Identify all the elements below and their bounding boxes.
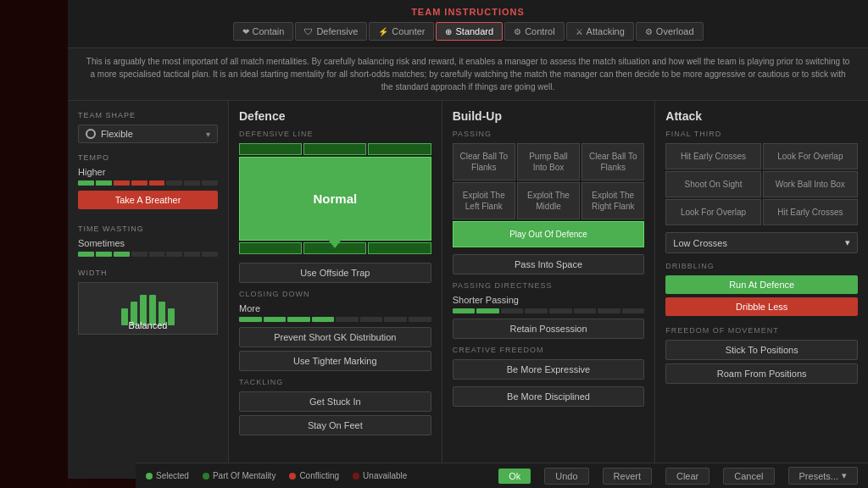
defence-column: Defence DEFENSIVE LINE Normal Use Offsid… xyxy=(229,101,442,479)
take-a-breather-button[interactable]: Take A Breather xyxy=(78,191,218,209)
contain-icon: ❤ xyxy=(242,27,249,36)
cd5 xyxy=(336,317,359,322)
description-bar: This is arguably the most important of a… xyxy=(68,48,868,101)
offside-trap-button[interactable]: Use Offside Trap xyxy=(239,263,431,283)
tab-defensive[interactable]: 🛡 Defensive xyxy=(295,22,367,41)
low-crosses-dropdown[interactable]: Low Crosses ▾ xyxy=(665,232,858,253)
passing-directness-slider xyxy=(453,308,645,313)
closing-down-value: More xyxy=(239,303,431,313)
time-wasting-slider xyxy=(78,252,218,257)
run-at-defence-button[interactable]: Run At Defence xyxy=(665,275,858,294)
pass-cell-middle[interactable]: Exploit The Middle xyxy=(517,182,580,219)
dropdown-arrow-icon: ▾ xyxy=(206,130,210,139)
attack-work-ball[interactable]: Work Ball Into Box xyxy=(763,171,858,197)
pd6 xyxy=(574,308,597,313)
tab-standard[interactable]: ⊕ Standard xyxy=(436,22,503,41)
be-more-disciplined-button[interactable]: Be More Disciplined xyxy=(453,386,645,407)
pass-cell-play-out[interactable]: Play Out Of Defence xyxy=(453,221,645,247)
get-stuck-in-button[interactable]: Get Stuck In xyxy=(239,391,431,412)
left-sidebar xyxy=(0,0,68,488)
team-shape-label: TEAM SHAPE xyxy=(78,111,218,119)
tab-overload[interactable]: ⚙ Overload xyxy=(636,22,704,41)
pass-cell-right-flank[interactable]: Exploit The Right Flank xyxy=(581,182,644,219)
buildup-title: Build-Up xyxy=(453,109,645,123)
creative-freedom-label: CREATIVE FREEDOM xyxy=(453,346,645,354)
stick-to-positions-button[interactable]: Stick To Positions xyxy=(665,340,858,360)
tab-contain[interactable]: ❤ Contain xyxy=(233,22,294,41)
presets-button[interactable]: Presets... ▾ xyxy=(788,467,858,485)
def-cell-tm[interactable] xyxy=(303,143,366,155)
tab-overload-label: Overload xyxy=(656,26,694,36)
settings-panel: TEAM SHAPE Flexible ▾ TEMPO Higher xyxy=(68,101,229,479)
team-shape-dropdown[interactable]: Flexible ▾ xyxy=(78,125,218,143)
be-more-expressive-button[interactable]: Be More Expressive xyxy=(453,359,645,380)
wbar6 xyxy=(168,308,175,325)
attack-look-overlap-2[interactable]: Look For Overlap xyxy=(665,199,760,225)
pass-cell-left-flank[interactable]: Exploit The Left Flank xyxy=(453,182,515,219)
pass-cell-clear-left[interactable]: Clear Ball To Flanks xyxy=(453,143,515,180)
ok-button[interactable]: Ok xyxy=(498,469,531,484)
closing-down-label: CLOSING DOWN xyxy=(239,290,431,298)
legend-selected-label: Selected xyxy=(156,471,189,480)
roam-from-positions-button[interactable]: Roam From Positions xyxy=(665,363,858,384)
tab-counter-label: Counter xyxy=(392,26,425,36)
width-display: Balanced xyxy=(78,282,218,335)
normal-label: Normal xyxy=(313,191,357,206)
passing-grid: Clear Ball To Flanks Pump Ball Into Box … xyxy=(453,143,645,247)
revert-button[interactable]: Revert xyxy=(603,468,652,485)
prevent-short-gk-button[interactable]: Prevent Short GK Distribution xyxy=(239,327,431,347)
clear-button[interactable]: Clear xyxy=(665,468,709,485)
legend-conflicting: Conflicting xyxy=(289,471,339,480)
tw-seg1 xyxy=(78,252,94,257)
tab-counter[interactable]: ⚡ Counter xyxy=(369,22,434,41)
pd5 xyxy=(549,308,572,313)
def-cell-tr[interactable] xyxy=(368,143,431,155)
content-area: TEAM SHAPE Flexible ▾ TEMPO Higher xyxy=(68,101,868,479)
pass-into-space-button[interactable]: Pass Into Space xyxy=(453,254,645,274)
tempo-group: TEMPO Higher Take A Breather xyxy=(78,153,218,213)
header: TEAM INSTRUCTIONS ❤ Contain 🛡 Defensive … xyxy=(68,0,868,48)
tab-attacking[interactable]: ⚔ Attacking xyxy=(566,22,634,41)
attack-shoot-on-sight[interactable]: Shoot On Sight xyxy=(665,171,760,197)
legend-unavailable-dot xyxy=(353,473,359,480)
passing-label: PASSING xyxy=(453,130,645,138)
attack-hit-early-crosses-2[interactable]: Hit Early Crosses xyxy=(763,199,858,225)
tab-standard-label: Standard xyxy=(455,26,493,36)
undo-button[interactable]: Undo xyxy=(544,468,588,485)
legend-mentality-label: Part Of Mentality xyxy=(213,471,275,480)
stay-on-feet-button[interactable]: Stay On Feet xyxy=(239,415,431,435)
tighter-marking-button[interactable]: Use Tighter Marking xyxy=(239,351,431,371)
time-wasting-value: Sometimes xyxy=(78,238,218,248)
tw-seg8 xyxy=(202,252,218,257)
seg3 xyxy=(114,180,130,186)
tw-seg6 xyxy=(166,252,182,257)
low-crosses-value: Low Crosses xyxy=(673,238,727,248)
legend-conflicting-dot xyxy=(289,473,296,480)
dribble-less-button[interactable]: Dribble Less xyxy=(665,297,858,316)
tw-seg4 xyxy=(131,252,147,257)
pass-cell-clear-right[interactable]: Clear Ball To Flanks xyxy=(581,143,644,180)
pd7 xyxy=(598,308,620,313)
attack-look-overlap-1[interactable]: Look For Overlap xyxy=(763,143,858,169)
tab-control[interactable]: ⚙ Control xyxy=(504,22,564,41)
attack-grid: Hit Early Crosses Look For Overlap Shoot… xyxy=(665,143,858,225)
cd7 xyxy=(384,317,407,322)
cancel-button[interactable]: Cancel xyxy=(723,468,774,485)
pd4 xyxy=(525,308,548,313)
attacking-icon: ⚔ xyxy=(576,27,583,36)
def-cell-normal[interactable]: Normal xyxy=(239,157,431,241)
creative-freedom-buttons: Be More Expressive Be More Disciplined xyxy=(453,359,645,410)
attack-hit-early-crosses-1[interactable]: Hit Early Crosses xyxy=(665,143,760,169)
retain-possession-button[interactable]: Retain Possession xyxy=(453,319,645,339)
seg5 xyxy=(149,180,165,186)
def-cell-tl[interactable] xyxy=(239,143,302,155)
defensive-line-label: DEFENSIVE LINE xyxy=(239,130,431,138)
seg2 xyxy=(96,180,112,186)
team-shape-value: Flexible xyxy=(101,129,133,139)
presets-label: Presets... xyxy=(799,471,838,481)
def-cell-br[interactable] xyxy=(368,242,431,254)
pass-cell-pump[interactable]: Pump Ball Into Box xyxy=(517,143,580,180)
cd6 xyxy=(360,317,383,322)
def-cell-bl[interactable] xyxy=(239,242,302,254)
page-title: TEAM INSTRUCTIONS xyxy=(68,7,868,22)
